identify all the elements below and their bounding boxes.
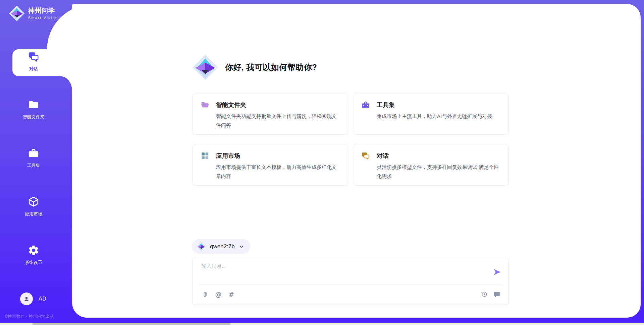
composer-divider: [199, 284, 502, 285]
sidebar-item-toolset[interactable]: 工具集: [0, 147, 67, 169]
sidebar-item-smart-folder[interactable]: 智能文件夹: [0, 99, 67, 120]
hash-icon: #: [229, 291, 234, 298]
card-smart-folder[interactable]: 智能文件夹 智能文件夹功能支持批量文件上传与清洗，轻松实现文件问答: [192, 93, 348, 135]
card-description: 智能文件夹功能支持批量文件上传与清洗，轻松实现文件问答: [216, 112, 340, 130]
sidebar-item-label: 应用市场: [0, 211, 67, 217]
diamond-logo-icon: [197, 242, 206, 251]
user-account[interactable]: AD: [20, 292, 46, 305]
attach-button[interactable]: [202, 291, 209, 298]
card-description: 集成市场上主流工具，助力AI与外界无缝扩展与对接: [377, 112, 500, 121]
sidebar-item-label: 智能文件夹: [0, 114, 67, 120]
card-app-market[interactable]: 应用市场 应用市场提供丰富长文本模板，助力高效生成多样化文章内容: [192, 144, 348, 186]
card-title: 工具集: [377, 101, 395, 109]
greeting: 你好, 我可以如何帮助你?: [192, 54, 317, 81]
gear-icon: [28, 245, 39, 256]
card-title: 应用市场: [216, 152, 240, 160]
copyright-text: ©神州数码 · 神州问学出品: [5, 314, 54, 319]
avatar[interactable]: [20, 292, 33, 305]
horizontal-scrollbar[interactable]: [0, 323, 644, 325]
scrollbar-thumb[interactable]: [33, 323, 230, 325]
app-subtitle: Smart Vision: [28, 16, 58, 20]
at-icon: @: [215, 291, 222, 298]
toolbox-icon: [28, 147, 39, 159]
card-toolset[interactable]: 工具集 集成市场上主流工具，助力AI与外界无缝扩展与对接: [353, 93, 509, 135]
card-chat[interactable]: 对话 灵活切换多模型文件，支持多样回复效果调试,满足个性化需求: [353, 144, 509, 186]
topic-button[interactable]: #: [228, 291, 235, 298]
message-input[interactable]: [202, 263, 483, 282]
history-button[interactable]: [481, 291, 488, 298]
sidebar-item-app-market[interactable]: 应用市场: [0, 196, 67, 217]
sidebar-item-chat[interactable]: 对话: [0, 51, 67, 72]
mention-button[interactable]: @: [215, 291, 222, 298]
chat-icon: [361, 151, 370, 160]
diamond-logo-icon: [9, 5, 25, 21]
feature-cards: 智能文件夹 智能文件夹功能支持批量文件上传与清洗，轻松实现文件问答 工具集 集成…: [192, 93, 509, 186]
user-name: AD: [39, 296, 46, 302]
card-title: 对话: [377, 152, 389, 160]
toolbox-icon: [361, 101, 370, 109]
app-title: 神州问学: [28, 7, 58, 15]
message-icon: [493, 291, 500, 298]
model-selector[interactable]: qwen2:7b: [192, 239, 250, 254]
chat-icon: [28, 51, 39, 62]
greeting-diamond-logo-icon: [192, 54, 218, 80]
feedback-button[interactable]: [493, 291, 500, 298]
app-logo: 神州问学 Smart Vision: [9, 5, 58, 21]
grid-icon: [201, 151, 209, 160]
model-label: qwen2:7b: [210, 243, 235, 250]
send-button[interactable]: [492, 267, 502, 277]
card-title: 智能文件夹: [216, 101, 246, 109]
greeting-text: 你好, 我可以如何帮助你?: [225, 62, 317, 73]
sidebar-item-settings[interactable]: 系统设置: [0, 245, 67, 266]
cube-icon: [28, 196, 39, 207]
folder-icon: [28, 99, 39, 110]
card-description: 应用市场提供丰富长文本模板，助力高效生成多样化文章内容: [216, 163, 340, 181]
history-icon: [481, 291, 488, 298]
sidebar-item-label: 工具集: [0, 162, 67, 169]
send-icon: [492, 267, 502, 277]
folder-open-icon: [201, 101, 209, 109]
sidebar-item-label: 系统设置: [0, 260, 67, 266]
active-tab-fillet: [60, 76, 72, 90]
card-description: 灵活切换多模型文件，支持多样回复效果调试,满足个性化需求: [377, 163, 500, 181]
person-icon: [23, 295, 30, 303]
message-composer: @ #: [192, 258, 509, 305]
chevron-down-icon: [239, 244, 244, 249]
sidebar-item-label: 对话: [0, 66, 67, 72]
paperclip-icon: [202, 291, 209, 298]
